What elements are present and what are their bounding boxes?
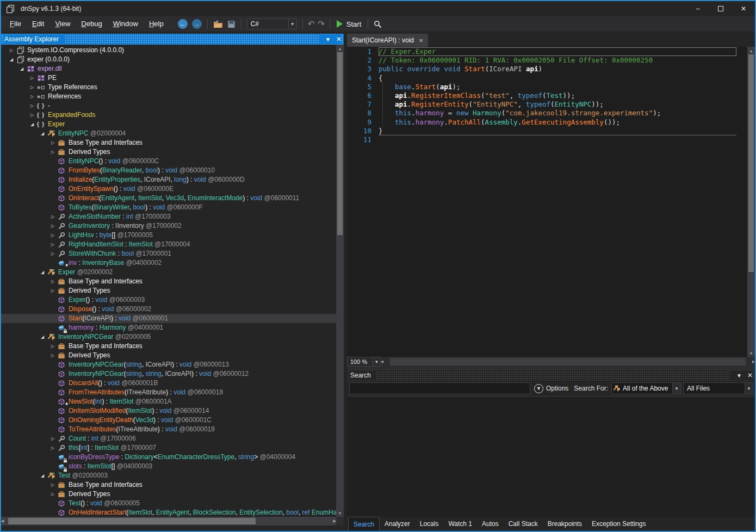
- bottom-tab-autos[interactable]: Autos: [477, 517, 504, 531]
- scroll-down-icon[interactable]: ▼: [747, 349, 755, 357]
- tree-row[interactable]: ToTreeAttributes(ITreeAttribute) : void …: [1, 425, 344, 434]
- panel-menu-icon[interactable]: ▼: [736, 373, 742, 379]
- tree-row[interactable]: ToBytes(BinaryWriter, bool) : void @0600…: [1, 203, 344, 212]
- menu-file[interactable]: File: [4, 16, 27, 32]
- tree-row[interactable]: ◢Test @02000003: [1, 471, 344, 480]
- tree-row[interactable]: Start(ICoreAPI) : void @06000001: [1, 314, 344, 323]
- scroll-up-icon[interactable]: ▲: [336, 45, 344, 52]
- tree-row[interactable]: ◢EntityNPC @02000004: [1, 129, 344, 138]
- tree-row[interactable]: Dispose() : void @06000002: [1, 305, 344, 314]
- expander-collapsed-icon[interactable]: ▷: [49, 342, 57, 351]
- tree-row[interactable]: ▷{ }-: [1, 101, 344, 110]
- file-filter-select[interactable]: All Files ▼: [683, 382, 753, 394]
- expander-collapsed-icon[interactable]: ▷: [49, 147, 57, 157]
- tree-hscroll-thumb[interactable]: [8, 518, 256, 524]
- tree-row[interactable]: ▷StoreWithChunk : bool @17000001: [1, 249, 344, 258]
- tree-row[interactable]: OnInteract(EntityAgent, ItemSlot, Vec3d,…: [1, 194, 344, 203]
- expander-collapsed-icon[interactable]: ▷: [49, 249, 57, 258]
- start-debug-button[interactable]: Start: [337, 20, 361, 28]
- tree-row[interactable]: OnOwningEntityDeath(Vec3d) : void @06000…: [1, 416, 344, 425]
- bottom-tab-search[interactable]: Search: [348, 517, 380, 531]
- maximize-button[interactable]: [709, 1, 732, 16]
- language-select[interactable]: C# ▼: [247, 18, 297, 29]
- tree-row[interactable]: ▷this[int] : ItemSlot @17000007: [1, 443, 344, 453]
- tree-row[interactable]: *NewSlot(int) : ItemSlot @0600001A: [1, 397, 344, 406]
- menu-help[interactable]: Help: [144, 16, 169, 32]
- chevron-down-icon[interactable]: ▼: [373, 357, 381, 367]
- tree-row[interactable]: ▷Count : int @17000006: [1, 434, 344, 443]
- panel-close-icon[interactable]: ✕: [747, 372, 753, 379]
- expander-expanded-icon[interactable]: ◢: [39, 268, 46, 277]
- expander-collapsed-icon[interactable]: ▷: [49, 434, 57, 443]
- editor-vertical-scrollbar[interactable]: ▲ ▼: [747, 47, 755, 357]
- tree-row[interactable]: OnEntitySpawn() : void @0600000E: [1, 184, 344, 194]
- tree-row[interactable]: ▷Base Type and Interfaces: [1, 480, 344, 490]
- assembly-explorer-header[interactable]: Assembly Explorer ▼ ✕: [1, 34, 344, 45]
- zoom-level-select[interactable]: 100 %: [347, 357, 373, 367]
- tree-row[interactable]: slots : ItemSlot[] @04000003: [1, 462, 344, 471]
- panel-menu-icon[interactable]: ▼: [325, 36, 331, 42]
- tree-row[interactable]: OnHeldInteractStart(ItemSlot, EntityAgen…: [1, 508, 344, 517]
- expander-collapsed-icon[interactable]: ▷: [49, 240, 57, 249]
- search-input[interactable]: [349, 382, 530, 394]
- expander-expanded-icon[interactable]: ◢: [8, 55, 15, 64]
- expander-collapsed-icon[interactable]: ▷: [28, 101, 36, 110]
- tree-row[interactable]: ▷ActiveSlotNumber : int @17000003: [1, 212, 344, 221]
- tree-row[interactable]: iconByDressType : Dictionary<EnumCharact…: [1, 453, 344, 462]
- close-button[interactable]: ✕: [732, 1, 755, 16]
- navigate-back-button[interactable]: ←: [178, 19, 188, 29]
- tree-row[interactable]: ◢{ }Exper: [1, 120, 344, 129]
- expander-collapsed-icon[interactable]: ▷: [49, 231, 57, 240]
- search-panel-header[interactable]: Search ▼ ✕: [347, 370, 755, 381]
- undo-button[interactable]: ↶: [308, 19, 315, 29]
- tree-scroll-thumb[interactable]: [337, 52, 343, 235]
- expander-collapsed-icon[interactable]: ▷: [28, 73, 36, 83]
- expander-collapsed-icon[interactable]: ▷: [28, 110, 36, 120]
- document-tab[interactable]: Start(ICoreAPI) : void ✕: [347, 34, 428, 47]
- chevron-down-icon[interactable]: ▼: [288, 19, 296, 29]
- tree-row[interactable]: ▷Base Type and Interfaces: [1, 342, 344, 351]
- tree-row[interactable]: Initialize(EntityProperties, ICoreAPI, l…: [1, 175, 344, 184]
- tree-row[interactable]: ▷Base Type and Interfaces: [1, 138, 344, 147]
- tree-row[interactable]: ▷PE: [1, 73, 344, 83]
- expander-collapsed-icon[interactable]: ▷: [49, 138, 57, 147]
- bottom-tab-exception-settings[interactable]: Exception Settings: [587, 517, 650, 531]
- tree-row[interactable]: InventoryNPCGear(string, string, ICoreAP…: [1, 369, 344, 379]
- tree-row[interactable]: ▷References: [1, 92, 344, 101]
- tree-row[interactable]: ▷Derived Types: [1, 490, 344, 499]
- expander-collapsed-icon[interactable]: ▷: [49, 212, 57, 221]
- expander-collapsed-icon[interactable]: ▷: [49, 490, 57, 499]
- tree-row[interactable]: OnItemSlotModified(ItemSlot) : void @060…: [1, 406, 344, 416]
- chevron-down-icon[interactable]: ▼: [672, 383, 680, 394]
- editor-horizontal-scrollbar[interactable]: ◀ ▶: [381, 357, 755, 367]
- tree-row[interactable]: ◢Exper @02000002: [1, 268, 344, 277]
- tree-row[interactable]: InventoryNPCGear(string, ICoreAPI) : voi…: [1, 360, 344, 369]
- tree-horizontal-scrollbar[interactable]: ◀ ▶: [1, 517, 344, 525]
- editor-hscroll-thumb[interactable]: [390, 358, 745, 366]
- expander-expanded-icon[interactable]: ◢: [39, 332, 46, 342]
- bottom-tab-call-stack[interactable]: Call Stack: [504, 517, 543, 531]
- expander-collapsed-icon[interactable]: ▷: [49, 443, 57, 453]
- expander-collapsed-icon[interactable]: ▷: [49, 351, 57, 360]
- tree-row[interactable]: ▷Derived Types: [1, 147, 344, 157]
- expander-expanded-icon[interactable]: ◢: [39, 471, 46, 480]
- save-all-button[interactable]: [227, 20, 236, 28]
- expander-collapsed-icon[interactable]: ▷: [49, 480, 57, 490]
- menu-view[interactable]: View: [49, 16, 76, 32]
- tree-row[interactable]: harmony : Harmony @04000001: [1, 323, 344, 332]
- code-editor[interactable]: 1// Exper.Exper2// Token: 0x06000001 RID…: [347, 47, 755, 357]
- panel-close-icon[interactable]: ✕: [336, 35, 342, 43]
- tree-row[interactable]: ▷Type References: [1, 83, 344, 92]
- tree-row[interactable]: ▷System.IO.Compression (4.0.0.0): [1, 46, 344, 55]
- tree-row[interactable]: Exper() : void @06000003: [1, 295, 344, 305]
- tree-row[interactable]: FromBytes(BinaryReader, bool) : void @06…: [1, 166, 344, 175]
- tree-row[interactable]: ◢InventoryNPCGear @02000005: [1, 332, 344, 342]
- chevron-down-icon[interactable]: ▼: [745, 383, 753, 394]
- tree-row[interactable]: ▷RightHandItemSlot : ItemSlot @17000004: [1, 240, 344, 249]
- tree-row[interactable]: ▷{ }ExpandedFoods: [1, 110, 344, 120]
- expander-expanded-icon[interactable]: ◢: [18, 64, 26, 73]
- tree-row[interactable]: ▷GearInventory : IInventory @17000002: [1, 221, 344, 231]
- tree-row[interactable]: ▷LightHsv : byte[] @17000005: [1, 231, 344, 240]
- tree-row[interactable]: ◢exper.dll: [1, 64, 344, 73]
- open-file-button[interactable]: [213, 20, 223, 28]
